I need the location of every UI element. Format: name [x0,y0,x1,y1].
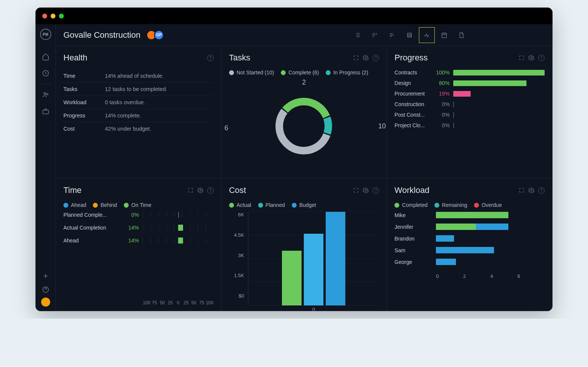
legend-item[interactable]: On Time [124,202,151,208]
axis-tick: 6K [238,212,244,217]
axis-tick: 0 [436,273,463,279]
svg-point-2 [46,93,48,95]
legend-item[interactable]: Not Started (10) [229,69,274,76]
progress-row: Procurement 19% [394,91,545,97]
help-icon[interactable]: ? [373,187,379,194]
calendar-view-icon[interactable] [436,27,452,43]
progress-percent: 0% [432,101,449,107]
legend-item[interactable]: Behind [93,202,117,208]
cost-bar [326,212,345,305]
expand-icon[interactable] [353,187,359,193]
expand-icon[interactable] [519,187,525,193]
clock-icon[interactable] [35,65,56,82]
legend-item[interactable]: Overdue [474,202,502,208]
legend-dot [292,203,297,208]
time-row: Actual Completion 14% [63,225,214,231]
axis-tick: 50 [159,300,166,305]
legend-label: Planned [266,202,285,208]
health-row: Tasks12 tasks to be completed. [63,83,214,96]
legend-item[interactable]: Ahead [63,202,86,208]
progress-row: Post Const... 0% [394,112,545,118]
briefcase-icon[interactable] [35,103,56,120]
progress-label: Project Clo... [394,122,432,128]
legend-label: In Progress (2) [333,69,368,76]
gear-icon[interactable] [528,187,534,193]
gantt-view-icon[interactable] [384,27,400,43]
cost-bar [282,251,302,305]
health-panel: Health ? Time14% ahead of schedule.Tasks… [56,46,222,179]
legend-item[interactable]: Complete (6) [281,69,319,76]
maximize-window-button[interactable] [59,14,64,19]
gear-icon[interactable] [197,187,203,193]
dashboard-view-icon[interactable] [419,27,435,43]
legend-dot [229,70,234,75]
panel-title: Cost [229,185,246,195]
list-view-icon[interactable] [349,27,365,43]
progress-label: Contracts [394,69,432,76]
time-bar [143,212,214,218]
legend-label: Budget [299,202,316,208]
help-icon[interactable]: ? [207,187,214,194]
axis-tick: 50 [190,300,198,305]
team-icon[interactable] [35,86,56,103]
legend-item[interactable]: Actual [229,202,251,208]
panel-title: Tasks [229,53,250,63]
legend-dot [326,70,331,75]
add-icon[interactable] [35,270,56,282]
axis-tick: 100 [206,300,214,305]
svg-point-13 [365,190,366,191]
workload-bar [436,212,545,218]
axis-tick: 25 [182,300,190,305]
board-view-icon[interactable] [367,27,383,43]
legend-item[interactable]: Budget [292,202,316,208]
tasks-panel: Tasks ? Not Started (10)Complete (6)In P… [222,46,387,179]
home-icon[interactable] [35,48,56,65]
progress-bar [453,91,545,97]
help-icon[interactable]: ? [373,55,379,61]
help-icon[interactable]: ? [207,55,214,61]
gear-icon[interactable] [528,55,534,61]
legend-item[interactable]: Completed [394,202,428,208]
close-window-button[interactable] [42,14,47,19]
legend-item[interactable]: Remaining [434,202,467,208]
legend-item[interactable]: Planned [258,202,285,208]
health-value: 14% ahead of schedule. [105,73,164,79]
gear-icon[interactable] [363,55,369,61]
workload-segment [436,224,476,230]
donut-label-complete: 6 [225,124,228,132]
user-avatar[interactable] [41,298,50,307]
app-logo[interactable]: PM [40,29,51,40]
minimize-window-button[interactable] [51,14,55,19]
view-tabs [349,27,469,43]
workload-segment [436,235,454,242]
progress-bar [453,112,545,118]
svg-rect-6 [442,33,446,37]
health-row: Cost42% under budget. [63,122,214,135]
axis-tick: 4.5K [234,232,244,238]
legend-dot [229,203,234,208]
help-icon[interactable] [35,284,56,295]
expand-icon[interactable] [519,55,525,61]
expand-icon[interactable] [188,187,194,193]
sheet-view-icon[interactable] [402,27,417,43]
expand-icon[interactable] [353,55,359,61]
project-title: Govalle Construction [63,30,140,40]
progress-percent: 100% [432,69,449,76]
legend-label: Actual [237,202,251,208]
health-label: Workload [63,99,105,105]
help-icon[interactable]: ? [538,187,545,194]
legend-item[interactable]: In Progress (2) [326,69,368,76]
workload-row: Sam [394,247,545,253]
gear-icon[interactable] [363,187,369,193]
progress-panel: Progress ? Contracts 100% Design 80% Pro… [387,46,553,179]
health-value: 12 tasks to be completed. [105,86,167,92]
workload-bar [436,259,545,265]
health-label: Progress [63,113,105,119]
files-view-icon[interactable] [454,27,469,43]
time-bar [143,237,214,244]
time-percent: 14% [116,225,139,231]
assignee-avatars[interactable]: GP [146,30,164,40]
help-icon[interactable]: ? [538,55,545,61]
axis-tick: 0 [174,300,182,305]
avatar-2[interactable]: GP [154,30,164,40]
